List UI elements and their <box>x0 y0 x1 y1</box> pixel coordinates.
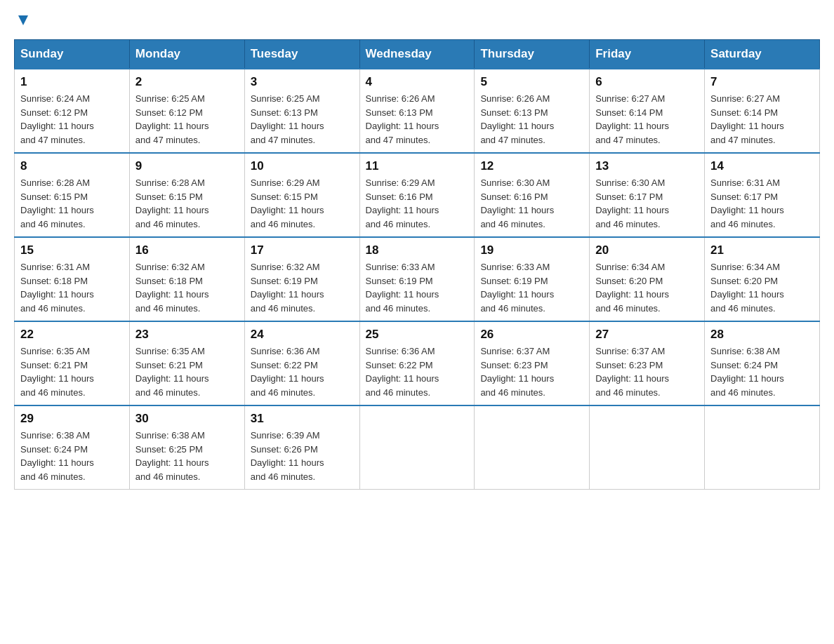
day-number: 19 <box>480 243 583 257</box>
week-row-4: 22 Sunrise: 6:35 AMSunset: 6:21 PMDaylig… <box>15 321 820 405</box>
day-info: Sunrise: 6:26 AMSunset: 6:13 PMDaylight:… <box>366 92 469 147</box>
day-cell-17: 17 Sunrise: 6:32 AMSunset: 6:19 PMDaylig… <box>244 237 359 321</box>
day-number: 20 <box>595 243 699 257</box>
day-number: 6 <box>595 75 699 89</box>
day-info: Sunrise: 6:33 AMSunset: 6:19 PMDaylight:… <box>480 260 583 315</box>
day-number: 5 <box>480 75 583 89</box>
day-number: 7 <box>710 75 814 89</box>
logo <box>14 14 31 25</box>
day-cell-14: 14 Sunrise: 6:31 AMSunset: 6:17 PMDaylig… <box>705 153 820 237</box>
day-info: Sunrise: 6:38 AMSunset: 6:24 PMDaylight:… <box>710 344 814 399</box>
day-info: Sunrise: 6:39 AMSunset: 6:26 PMDaylight:… <box>251 429 354 483</box>
day-info: Sunrise: 6:38 AMSunset: 6:24 PMDaylight:… <box>20 429 124 483</box>
day-info: Sunrise: 6:35 AMSunset: 6:21 PMDaylight:… <box>135 344 239 399</box>
day-info: Sunrise: 6:32 AMSunset: 6:19 PMDaylight:… <box>251 260 354 315</box>
day-cell-13: 13 Sunrise: 6:30 AMSunset: 6:17 PMDaylig… <box>590 153 705 237</box>
day-cell-27: 27 Sunrise: 6:37 AMSunset: 6:23 PMDaylig… <box>590 321 705 405</box>
column-header-friday: Friday <box>590 40 705 69</box>
day-cell-25: 25 Sunrise: 6:36 AMSunset: 6:22 PMDaylig… <box>359 321 475 405</box>
day-number: 1 <box>20 75 124 89</box>
day-number: 27 <box>595 328 699 342</box>
day-cell-9: 9 Sunrise: 6:28 AMSunset: 6:15 PMDayligh… <box>129 153 244 237</box>
column-header-saturday: Saturday <box>705 40 820 69</box>
day-info: Sunrise: 6:35 AMSunset: 6:21 PMDaylight:… <box>20 344 124 399</box>
day-number: 4 <box>366 75 469 89</box>
day-info: Sunrise: 6:37 AMSunset: 6:23 PMDaylight:… <box>480 344 583 399</box>
day-info: Sunrise: 6:34 AMSunset: 6:20 PMDaylight:… <box>595 260 699 315</box>
day-cell-16: 16 Sunrise: 6:32 AMSunset: 6:18 PMDaylig… <box>129 237 244 321</box>
day-cell-23: 23 Sunrise: 6:35 AMSunset: 6:21 PMDaylig… <box>129 321 244 405</box>
page-header <box>14 14 820 25</box>
day-cell-2: 2 Sunrise: 6:25 AMSunset: 6:12 PMDayligh… <box>129 69 244 153</box>
day-cell-19: 19 Sunrise: 6:33 AMSunset: 6:19 PMDaylig… <box>475 237 590 321</box>
empty-cell <box>359 405 475 490</box>
day-info: Sunrise: 6:31 AMSunset: 6:18 PMDaylight:… <box>20 260 124 315</box>
day-info: Sunrise: 6:33 AMSunset: 6:19 PMDaylight:… <box>366 260 469 315</box>
day-number: 23 <box>135 328 239 342</box>
day-cell-21: 21 Sunrise: 6:34 AMSunset: 6:20 PMDaylig… <box>705 237 820 321</box>
day-info: Sunrise: 6:27 AMSunset: 6:14 PMDaylight:… <box>710 92 814 147</box>
day-number: 24 <box>251 328 354 342</box>
week-row-3: 15 Sunrise: 6:31 AMSunset: 6:18 PMDaylig… <box>15 237 820 321</box>
day-info: Sunrise: 6:30 AMSunset: 6:16 PMDaylight:… <box>480 176 583 231</box>
week-row-1: 1 Sunrise: 6:24 AMSunset: 6:12 PMDayligh… <box>15 69 820 153</box>
day-info: Sunrise: 6:36 AMSunset: 6:22 PMDaylight:… <box>366 344 469 399</box>
day-cell-18: 18 Sunrise: 6:33 AMSunset: 6:19 PMDaylig… <box>359 237 475 321</box>
week-row-5: 29 Sunrise: 6:38 AMSunset: 6:24 PMDaylig… <box>15 405 820 490</box>
day-cell-20: 20 Sunrise: 6:34 AMSunset: 6:20 PMDaylig… <box>590 237 705 321</box>
svg-marker-0 <box>18 15 28 25</box>
day-number: 22 <box>20 328 124 342</box>
day-number: 17 <box>251 243 354 257</box>
day-cell-3: 3 Sunrise: 6:25 AMSunset: 6:13 PMDayligh… <box>244 69 359 153</box>
day-info: Sunrise: 6:26 AMSunset: 6:13 PMDaylight:… <box>480 92 583 147</box>
day-cell-24: 24 Sunrise: 6:36 AMSunset: 6:22 PMDaylig… <box>244 321 359 405</box>
day-cell-4: 4 Sunrise: 6:26 AMSunset: 6:13 PMDayligh… <box>359 69 475 153</box>
day-number: 9 <box>135 159 239 173</box>
day-cell-1: 1 Sunrise: 6:24 AMSunset: 6:12 PMDayligh… <box>15 69 130 153</box>
day-number: 16 <box>135 243 239 257</box>
day-number: 26 <box>480 328 583 342</box>
day-info: Sunrise: 6:28 AMSunset: 6:15 PMDaylight:… <box>20 176 124 231</box>
day-number: 3 <box>251 75 354 89</box>
week-row-2: 8 Sunrise: 6:28 AMSunset: 6:15 PMDayligh… <box>15 153 820 237</box>
day-number: 30 <box>135 412 239 426</box>
day-number: 18 <box>366 243 469 257</box>
day-info: Sunrise: 6:24 AMSunset: 6:12 PMDaylight:… <box>20 92 124 147</box>
day-number: 21 <box>710 243 814 257</box>
day-cell-7: 7 Sunrise: 6:27 AMSunset: 6:14 PMDayligh… <box>705 69 820 153</box>
day-info: Sunrise: 6:29 AMSunset: 6:16 PMDaylight:… <box>366 176 469 231</box>
empty-cell <box>705 405 820 490</box>
day-info: Sunrise: 6:38 AMSunset: 6:25 PMDaylight:… <box>135 429 239 483</box>
day-info: Sunrise: 6:27 AMSunset: 6:14 PMDaylight:… <box>595 92 699 147</box>
day-cell-30: 30 Sunrise: 6:38 AMSunset: 6:25 PMDaylig… <box>129 405 244 490</box>
day-number: 10 <box>251 159 354 173</box>
day-info: Sunrise: 6:37 AMSunset: 6:23 PMDaylight:… <box>595 344 699 399</box>
day-number: 29 <box>20 412 124 426</box>
day-info: Sunrise: 6:29 AMSunset: 6:15 PMDaylight:… <box>251 176 354 231</box>
day-info: Sunrise: 6:36 AMSunset: 6:22 PMDaylight:… <box>251 344 354 399</box>
calendar-table: SundayMondayTuesdayWednesdayThursdayFrid… <box>14 39 820 490</box>
column-header-sunday: Sunday <box>15 40 130 69</box>
day-number: 11 <box>366 159 469 173</box>
day-cell-8: 8 Sunrise: 6:28 AMSunset: 6:15 PMDayligh… <box>15 153 130 237</box>
day-info: Sunrise: 6:25 AMSunset: 6:12 PMDaylight:… <box>135 92 239 147</box>
day-info: Sunrise: 6:25 AMSunset: 6:13 PMDaylight:… <box>251 92 354 147</box>
day-number: 31 <box>251 412 354 426</box>
day-cell-12: 12 Sunrise: 6:30 AMSunset: 6:16 PMDaylig… <box>475 153 590 237</box>
day-number: 25 <box>366 328 469 342</box>
logo-arrow-icon <box>15 13 31 28</box>
column-header-thursday: Thursday <box>475 40 590 69</box>
empty-cell <box>475 405 590 490</box>
day-number: 2 <box>135 75 239 89</box>
day-number: 14 <box>710 159 814 173</box>
day-cell-29: 29 Sunrise: 6:38 AMSunset: 6:24 PMDaylig… <box>15 405 130 490</box>
day-cell-31: 31 Sunrise: 6:39 AMSunset: 6:26 PMDaylig… <box>244 405 359 490</box>
day-cell-5: 5 Sunrise: 6:26 AMSunset: 6:13 PMDayligh… <box>475 69 590 153</box>
day-cell-22: 22 Sunrise: 6:35 AMSunset: 6:21 PMDaylig… <box>15 321 130 405</box>
day-info: Sunrise: 6:31 AMSunset: 6:17 PMDaylight:… <box>710 176 814 231</box>
calendar-header-row: SundayMondayTuesdayWednesdayThursdayFrid… <box>15 40 820 69</box>
day-info: Sunrise: 6:28 AMSunset: 6:15 PMDaylight:… <box>135 176 239 231</box>
day-cell-15: 15 Sunrise: 6:31 AMSunset: 6:18 PMDaylig… <box>15 237 130 321</box>
day-info: Sunrise: 6:30 AMSunset: 6:17 PMDaylight:… <box>595 176 699 231</box>
column-header-tuesday: Tuesday <box>244 40 359 69</box>
